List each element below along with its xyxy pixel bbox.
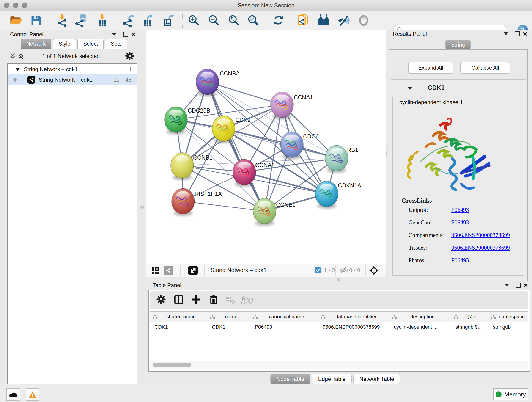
node-label-CCNA2: CCNA2 xyxy=(255,162,275,168)
export-image-icon[interactable] xyxy=(162,14,175,27)
duplicate-network-icon[interactable] xyxy=(297,14,310,27)
network-overview-icon[interactable] xyxy=(317,14,330,27)
table-cell[interactable]: CDK1 xyxy=(150,322,207,332)
protein-structure-image[interactable] xyxy=(404,108,496,199)
results-panel-close-icon[interactable]: × xyxy=(523,32,527,36)
results-panel: Results Panel × String Expand All Collap… xyxy=(387,30,530,280)
tab-style[interactable]: Style xyxy=(53,39,76,49)
show-columns-icon[interactable] xyxy=(173,294,186,306)
column-header--id[interactable]: @id xyxy=(451,312,488,322)
network-node-CCNA2[interactable] xyxy=(233,159,256,187)
import-network-from-database-icon[interactable] xyxy=(75,14,88,27)
expand-all-button[interactable]: Expand All xyxy=(408,62,453,74)
delete-column-icon[interactable] xyxy=(208,294,220,306)
string-results-box: Expand All Collapse All CDK1 cyclin-depe… xyxy=(389,49,528,286)
zoom-in-icon[interactable] xyxy=(187,14,200,27)
network-node-CCNB1[interactable] xyxy=(171,153,194,180)
table-options-gear-icon[interactable] xyxy=(156,294,168,306)
cdk1-collapse-icon[interactable] xyxy=(408,87,412,90)
zoom-out-icon[interactable] xyxy=(207,14,220,27)
network-edge-CCNE1-HIST1H1A[interactable] xyxy=(183,201,265,211)
function-builder-icon[interactable]: f(x) xyxy=(241,294,253,307)
import-table-icon[interactable] xyxy=(96,14,109,27)
scrollbar-thumb[interactable] xyxy=(152,363,191,367)
zoom-selected-icon[interactable] xyxy=(247,14,260,27)
save-session-icon[interactable] xyxy=(30,14,42,27)
network-node-CDKN1A[interactable] xyxy=(315,181,338,209)
results-panel-float-icon[interactable] xyxy=(515,31,520,36)
tab-sets[interactable]: Sets xyxy=(105,39,127,49)
table-cell[interactable]: cyclin-dependent ... xyxy=(389,322,451,332)
import-network-icon[interactable] xyxy=(56,14,69,27)
collapse-all-button[interactable]: Collapse All xyxy=(460,62,510,74)
refresh-layout-icon[interactable] xyxy=(272,14,285,27)
cloud-button[interactable] xyxy=(6,389,20,401)
left-splitter-handle[interactable] xyxy=(140,206,144,209)
network-node-HIST1H1A[interactable] xyxy=(172,188,195,216)
table-cell[interactable]: stringdb:9... xyxy=(451,322,488,332)
network-collection-row[interactable]: String Network – cdk1 1 xyxy=(8,64,137,75)
network-node-CCNA1[interactable] xyxy=(271,92,293,120)
tab-select[interactable]: Select xyxy=(77,39,104,49)
birds-eye-view-icon[interactable] xyxy=(369,265,379,276)
selected-checkbox-icon[interactable] xyxy=(315,267,321,274)
open-session-icon[interactable] xyxy=(9,14,22,27)
network-node-CDC25B[interactable] xyxy=(165,107,187,134)
control-panel-close-icon[interactable]: × xyxy=(131,32,136,36)
table-panel-close-icon[interactable]: × xyxy=(524,283,528,287)
collection-expand-icon[interactable] xyxy=(15,68,20,71)
detach-view-icon[interactable] xyxy=(188,266,198,275)
network-edge-CCNA2-CDKN1A[interactable] xyxy=(244,172,327,194)
network-edge-CDK1-RB1[interactable] xyxy=(224,128,336,158)
network-canvas[interactable]: CCNB2CCNA1CDC25BCDK1CDC6RB1CCNB1CCNA2CDK… xyxy=(146,30,386,264)
tab-edge-table[interactable]: Edge Table xyxy=(312,374,352,384)
table-header-row: shared namenamecanonical namedatabase id… xyxy=(150,312,528,322)
column-header-name[interactable]: name xyxy=(207,312,250,322)
crosslink-link[interactable]: P06493 xyxy=(451,257,469,264)
results-panel-menu-icon[interactable] xyxy=(504,32,508,35)
table-cell[interactable]: P06493 xyxy=(250,322,318,332)
column-header-description[interactable]: description xyxy=(389,312,451,322)
network-node-CCNE1[interactable] xyxy=(253,198,276,226)
crosslink-link[interactable]: 9606.ENSP00000378699 xyxy=(451,232,510,238)
memory-button[interactable]: Memory xyxy=(493,389,528,400)
hidden-eye-slash-icon[interactable] xyxy=(339,267,348,275)
string-view-icon[interactable] xyxy=(164,266,173,275)
create-column-icon[interactable] xyxy=(191,294,203,306)
grid-view-icon[interactable] xyxy=(152,266,160,276)
delete-table-icon[interactable] xyxy=(225,294,237,306)
column-header-canonical-name[interactable]: canonical name xyxy=(250,312,318,322)
control-panel-float-icon[interactable] xyxy=(123,32,128,37)
table-cell[interactable]: 9606.ENSP00000378699 xyxy=(318,322,389,332)
crosslink-link[interactable]: P06493 xyxy=(451,207,469,213)
table-horizontal-scrollbar[interactable] xyxy=(150,361,528,369)
control-panel-menu-icon[interactable] xyxy=(112,33,116,36)
network-node-CDC6[interactable] xyxy=(280,132,303,160)
network-node-RB1[interactable] xyxy=(325,145,348,173)
tab-network[interactable]: Network xyxy=(21,39,51,49)
tab-network-table[interactable]: Network Table xyxy=(353,374,400,384)
column-header-shared-name[interactable]: shared name xyxy=(150,312,207,322)
tab-string[interactable]: String xyxy=(445,40,471,50)
hide-graphics-details-icon[interactable] xyxy=(337,14,350,27)
export-table-icon[interactable] xyxy=(141,14,154,27)
table-cell[interactable]: stringdb xyxy=(488,322,528,332)
show-graphics-details-icon[interactable] xyxy=(357,14,370,27)
network-options-gear-icon[interactable] xyxy=(125,51,134,62)
crosslink-row: Pharos:P06493 xyxy=(393,257,524,270)
crosslink-link[interactable]: 9606.ENSP00000378699 xyxy=(451,245,510,251)
zoom-fit-icon[interactable] xyxy=(227,14,240,27)
table-panel-menu-icon[interactable] xyxy=(505,284,509,287)
table-cell[interactable]: CDK1 xyxy=(207,322,250,332)
tab-node-table[interactable]: Node Table xyxy=(270,374,310,384)
table-panel-float-icon[interactable] xyxy=(515,283,521,288)
export-network-icon[interactable] xyxy=(122,14,135,27)
column-header-database-identifier[interactable]: database identifier xyxy=(318,312,389,322)
network-row[interactable]: String Network – cdk1 11 48 xyxy=(8,75,137,85)
column-header-namespace[interactable]: namespace xyxy=(488,312,528,322)
network-node-CDK1[interactable] xyxy=(212,116,235,143)
network-node-CCNB2[interactable] xyxy=(196,69,219,97)
warnings-button[interactable] xyxy=(26,389,39,401)
crosslink-link[interactable]: P06493 xyxy=(451,219,469,226)
horizontal-splitter-handle[interactable] xyxy=(336,278,340,281)
